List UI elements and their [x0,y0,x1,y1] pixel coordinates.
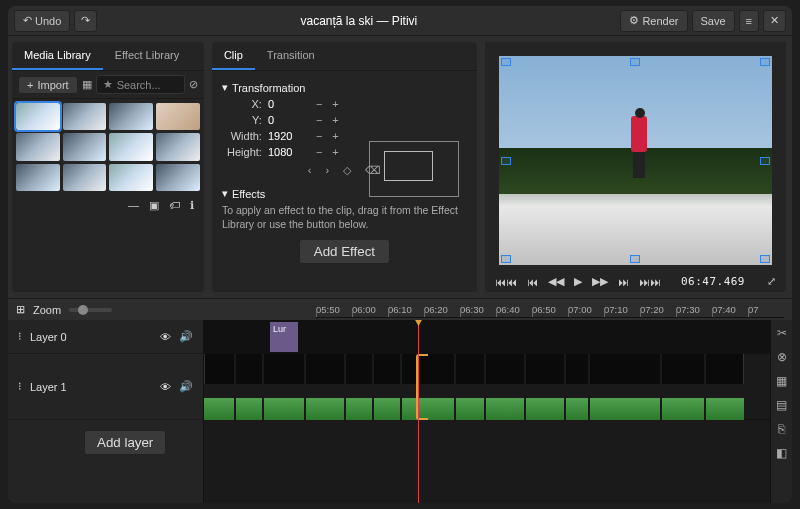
undo-icon: ↶ [23,14,35,27]
audio-icon[interactable]: 🔊 [179,330,193,343]
audio-icon[interactable]: 🔊 [179,380,193,393]
layer-name[interactable]: Layer 0 [30,331,152,343]
next-frame-icon[interactable]: ⏭ [618,276,629,288]
resize-handle[interactable] [630,255,640,263]
copy-icon[interactable]: ⎘ [778,422,785,436]
undo-button[interactable]: ↶ Undo [14,10,70,32]
remove-icon[interactable]: — [128,199,139,212]
width-increment[interactable]: + [332,130,338,142]
zoom-label: Zoom [33,304,61,316]
info-icon[interactable]: ℹ [190,199,194,212]
resize-handle[interactable] [760,255,770,263]
delete-icon[interactable]: ⊗ [777,350,787,364]
clear-icon[interactable]: ⊘ [189,78,198,91]
time-ruler[interactable]: 05:50 06:00 06:10 06:20 06:30 06:40 06:5… [316,302,784,318]
media-thumb[interactable] [109,133,153,160]
step-fwd-icon[interactable]: ▶▶ [592,275,608,288]
resize-handle[interactable] [760,58,770,66]
media-thumb[interactable] [16,103,60,130]
chevron-down-icon: ▾ [222,187,228,200]
align-icon[interactable]: ◧ [776,446,787,460]
close-button[interactable]: ✕ [763,10,786,32]
search-input[interactable]: ★ Search... [96,75,185,94]
audio-waveform[interactable] [204,384,744,420]
tab-transition[interactable]: Transition [255,42,327,70]
clip-props-icon[interactable]: ▣ [149,199,159,212]
resize-handle[interactable] [501,255,511,263]
ruler-tick: 06:30 [460,304,496,315]
height-increment[interactable]: + [332,146,338,158]
resize-handle[interactable] [501,58,511,66]
menu-button[interactable]: ≡ [739,10,759,32]
detach-icon[interactable]: ⤢ [767,275,776,288]
step-back-icon[interactable]: ◀◀ [548,275,564,288]
view-list-icon[interactable]: ▦ [82,78,92,91]
timeline-clip[interactable]: Lur [270,322,298,352]
play-icon[interactable]: ▶ [574,275,582,288]
render-button[interactable]: ⚙ Render [620,10,687,32]
ruler-tick: 07:10 [604,304,640,315]
media-thumb[interactable] [16,164,60,191]
tab-clip[interactable]: Clip [212,42,255,70]
save-button[interactable]: Save [692,10,735,32]
resize-handle[interactable] [501,157,511,165]
transform-header[interactable]: ▾ Transformation [222,81,467,94]
width-decrement[interactable]: − [316,130,322,142]
toggle-keyframe-icon[interactable]: ◇ [343,164,351,177]
height-decrement[interactable]: − [316,146,322,158]
video-clip[interactable] [204,354,744,384]
x-decrement[interactable]: − [316,98,322,110]
tag-icon[interactable]: 🏷 [169,199,180,212]
track-layer-1[interactable] [204,354,792,420]
visibility-icon[interactable]: 👁 [160,381,171,393]
y-value[interactable]: 0 [268,114,308,126]
redo-button[interactable]: ↷ [74,10,97,32]
media-thumb[interactable] [109,164,153,191]
y-increment[interactable]: + [332,114,338,126]
media-thumb[interactable] [156,133,200,160]
layer-name[interactable]: Layer 1 [30,381,152,393]
track-layer-0[interactable]: Lur [204,320,792,354]
next-keyframe-icon[interactable]: › [325,164,329,177]
goto-end-icon[interactable]: ⏭⏭ [639,276,661,288]
prev-frame-icon[interactable]: ⏮ [527,276,538,288]
media-thumb[interactable] [63,164,107,191]
add-layer-button[interactable]: Add layer [84,430,166,455]
tab-media-library[interactable]: Media Library [12,42,103,70]
timecode-display[interactable]: 06:47.469 [681,275,745,288]
height-value[interactable]: 1080 [268,146,308,158]
add-effect-button[interactable]: Add Effect [299,239,390,264]
playhead[interactable] [418,320,419,503]
media-thumb[interactable] [156,164,200,191]
timeline-tools: ✂ ⊗ ▦ ▤ ⎘ ◧ [770,320,792,503]
resize-handle[interactable] [760,157,770,165]
media-thumb[interactable] [16,133,60,160]
goto-start-icon[interactable]: ⏮⏮ [495,276,517,288]
upper-panels: Media Library Effect Library + Import ▦ … [8,36,792,298]
cut-icon[interactable]: ✂ [777,326,787,340]
media-thumb[interactable] [156,103,200,130]
x-value[interactable]: 0 [268,98,308,110]
group-icon[interactable]: ▦ [776,374,787,388]
media-thumb[interactable] [63,103,107,130]
y-decrement[interactable]: − [316,114,322,126]
ungroup-icon[interactable]: ▤ [776,398,787,412]
ruler-tick: 05:50 [316,304,352,315]
media-thumb[interactable] [109,103,153,130]
transform-gizmo[interactable] [369,141,459,197]
layer-menu-icon[interactable]: ⁝ [18,380,22,393]
import-button[interactable]: + Import [18,76,78,94]
preview-viewport[interactable] [485,42,786,271]
tracks-area[interactable]: Lur ✂ ⊗ ▦ [204,320,792,503]
x-increment[interactable]: + [332,98,338,110]
media-thumb[interactable] [63,133,107,160]
zoom-slider[interactable] [69,308,112,312]
search-placeholder: Search... [117,79,161,91]
timeline-body: ⁝ Layer 0 👁 🔊 ⁝ Layer 1 👁 🔊 Add layer Lu… [8,320,792,503]
prev-keyframe-icon[interactable]: ‹ [308,164,312,177]
tab-effect-library[interactable]: Effect Library [103,42,192,70]
resize-handle[interactable] [630,58,640,66]
visibility-icon[interactable]: 👁 [160,331,171,343]
width-value[interactable]: 1920 [268,130,308,142]
layer-menu-icon[interactable]: ⁝ [18,330,22,343]
